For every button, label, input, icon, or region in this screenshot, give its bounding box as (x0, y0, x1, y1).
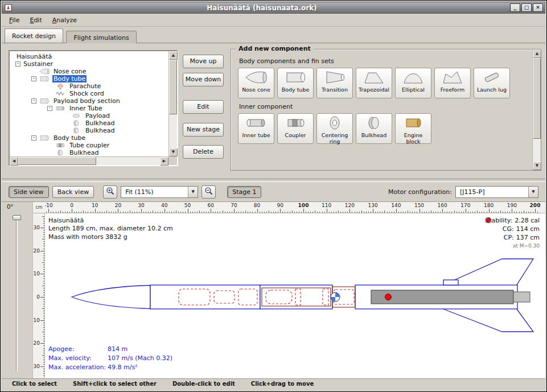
ruler-tick (287, 212, 288, 213)
motor-shape[interactable] (371, 290, 513, 304)
tree-item[interactable]: Payload body section (10, 97, 168, 105)
fin-bottom-shape[interactable] (442, 308, 533, 332)
ruler-tick (512, 209, 512, 213)
ruler-tick (264, 212, 265, 213)
scroll-up-icon[interactable]: ▲ (533, 49, 541, 58)
tree-item[interactable]: Body tube (10, 75, 168, 82)
stage-1-toggle[interactable]: Stage 1 (227, 186, 261, 198)
tab-flight-simulations[interactable]: Flight simulations (66, 31, 136, 44)
add-launch-lug-button[interactable]: Launch lug (474, 68, 510, 98)
scroll-down-icon[interactable]: ▼ (169, 148, 178, 156)
tree-item[interactable]: Tube coupler (10, 142, 168, 149)
scrollbar-thumb[interactable] (18, 157, 96, 165)
tree-item[interactable]: Shock cord (10, 90, 168, 97)
apogee-value: 814 m (108, 345, 128, 354)
tree-item[interactable]: Payload (10, 112, 168, 119)
edit-button[interactable]: Edit (183, 100, 224, 114)
ruler-label: -10 (45, 203, 53, 208)
add-nose-cone-button[interactable]: Nose cone (238, 68, 274, 98)
minimize-button[interactable]: _ (510, 3, 520, 12)
menu-file[interactable]: File (4, 15, 24, 26)
back-view-button[interactable]: Back view (52, 186, 94, 198)
maximize-button[interactable]: □ (521, 3, 532, 12)
move-down-button[interactable]: Move down (183, 73, 224, 86)
scroll-right-icon[interactable]: ▶ (160, 157, 168, 166)
add-centering-ring-button[interactable]: Centering ring (316, 113, 353, 144)
ruler-tick (537, 212, 538, 213)
palette-vertical-scrollbar[interactable]: ▲ ▼ (532, 49, 541, 170)
move-up-button[interactable]: Move up (183, 55, 224, 68)
ruler-tick (53, 212, 54, 213)
rocket-canvas[interactable]: Haisunäätä Length 189 cm, max. diameter … (45, 213, 545, 378)
ruler-tick (227, 212, 228, 213)
delete-button[interactable]: Delete (183, 145, 224, 159)
add-trapezoidal-button[interactable]: Trapezoidal (356, 68, 392, 98)
rotation-slider-thumb[interactable] (13, 215, 21, 220)
add-engine-block-button[interactable]: Engine block (395, 113, 431, 144)
tree-item[interactable]: Inner Tube (10, 105, 168, 112)
add-bulkhead-button[interactable]: Bulkhead (356, 113, 392, 144)
ruler-tick (364, 212, 364, 213)
tree-item[interactable]: Body tube (10, 134, 168, 142)
tree-horizontal-scrollbar[interactable]: ◀ ▶ (10, 156, 168, 165)
scroll-up-icon[interactable]: ▲ (169, 51, 178, 60)
nose-cone-shape[interactable] (72, 286, 150, 309)
tab-rocket-design[interactable]: Rocket design (5, 28, 63, 43)
parachute-icon (54, 82, 67, 90)
close-button[interactable]: ✕ (533, 3, 543, 12)
ruler-tick (266, 212, 267, 213)
tree-item[interactable]: Bulkhead (10, 149, 168, 156)
collapse-toggle-icon[interactable] (15, 61, 20, 67)
ruler-tick (359, 212, 360, 213)
scrollbar-thumb[interactable] (533, 58, 541, 139)
add-inner-tube-button[interactable]: Inner tube (238, 113, 274, 144)
collapse-toggle-icon[interactable] (31, 135, 36, 141)
scrollbar-thumb[interactable] (169, 60, 177, 114)
ruler-tick (294, 212, 295, 213)
ruler-tick (440, 212, 441, 213)
side-view-button[interactable]: Side view (9, 186, 49, 198)
collapse-toggle-icon[interactable] (47, 106, 52, 111)
chevron-down-icon[interactable]: ▼ (528, 187, 538, 197)
tree-item[interactable]: Sustainer (10, 60, 168, 68)
tree-item[interactable]: Nose cone (10, 68, 168, 75)
collapse-toggle-icon[interactable] (31, 76, 36, 81)
tree-vertical-scrollbar[interactable]: ▲ ▼ (168, 51, 177, 156)
chevron-down-icon[interactable]: ▼ (188, 187, 198, 197)
add-freeform-button[interactable]: Freeform (434, 68, 471, 98)
ruler-tick (245, 211, 246, 213)
add-coupler-button[interactable]: Coupler (277, 113, 314, 144)
new-stage-button[interactable]: New stage (183, 123, 224, 137)
zoom-out-button[interactable] (201, 185, 216, 199)
ruler-tick (271, 212, 272, 213)
collapse-toggle-icon[interactable] (31, 98, 36, 104)
tree-item[interactable]: Parachute (10, 82, 168, 90)
ruler-tick (43, 232, 44, 233)
launch-lug-shape[interactable] (443, 280, 458, 285)
zoom-level-select[interactable]: Fit (11%) ▼ (121, 186, 198, 198)
add-transition-button[interactable]: Transition (316, 68, 353, 98)
tree-item[interactable]: Haisunäätä (10, 53, 168, 60)
scroll-left-icon[interactable]: ◀ (10, 157, 18, 166)
ruler-tick (373, 209, 373, 213)
ruler-tick (183, 212, 183, 213)
body-tube-1-shape[interactable] (150, 285, 260, 309)
add-elliptical-button[interactable]: Elliptical (395, 68, 431, 98)
centeringring-icon (322, 115, 347, 133)
rocket-dimensions: Length 189 cm, max. diameter 10.2 cm (48, 225, 173, 233)
menu-analyze[interactable]: Analyze (47, 15, 82, 26)
scroll-down-icon[interactable]: ▼ (533, 162, 541, 170)
ruler-tick (91, 212, 91, 213)
add-body-tube-button[interactable]: Body tube (277, 68, 314, 98)
tree-item[interactable]: Bulkhead (10, 127, 168, 134)
tree-item[interactable]: Bulkhead (10, 119, 168, 127)
zoom-in-button[interactable] (103, 185, 117, 199)
menu-edit[interactable]: Edit (24, 15, 47, 26)
motor-overhang-shape[interactable] (513, 292, 530, 302)
motor-configuration-select[interactable]: [J115-P] ▼ (455, 186, 538, 198)
ruler-tick (43, 345, 44, 346)
component-tree[interactable]: HaisunäätäSustainerNose coneBody tubePar… (10, 51, 168, 156)
ruler-tick (410, 212, 410, 213)
rotation-slider-track[interactable] (16, 217, 18, 372)
payload-section-shape[interactable] (260, 285, 332, 309)
